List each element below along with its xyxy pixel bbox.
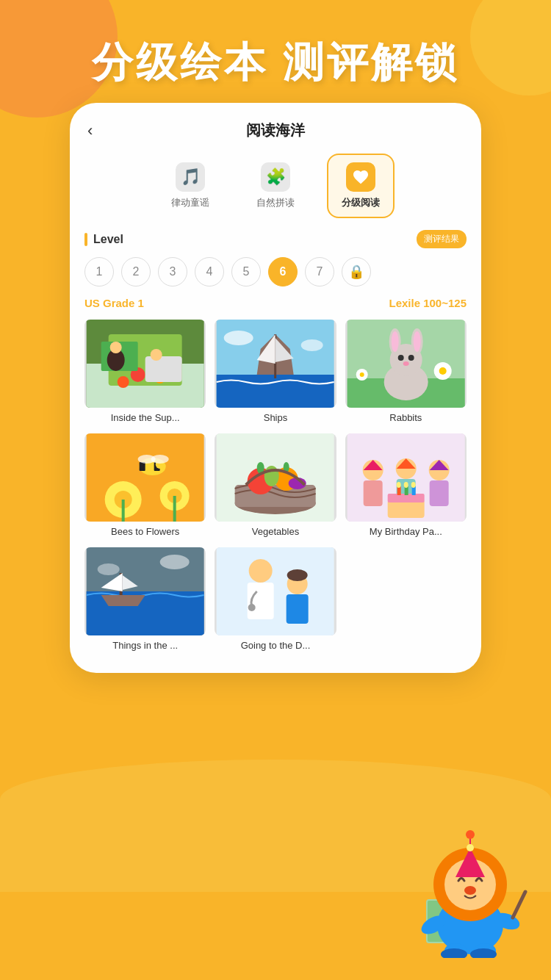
book-item-ships[interactable]: Ships: [215, 320, 336, 425]
book-item-things[interactable]: Things in the ...: [84, 547, 206, 652]
book-title-supermarket: Inside the Sup...: [84, 412, 206, 425]
svg-point-10: [151, 349, 162, 361]
mascot: [404, 811, 536, 958]
level-num-3[interactable]: 3: [158, 257, 187, 287]
tab-graded-icon: [346, 162, 375, 192]
svg-point-31: [439, 367, 446, 375]
assessment-badge[interactable]: 测评结果: [417, 230, 467, 248]
book-item-supermarket[interactable]: Inside the Sup...: [84, 320, 206, 425]
svg-point-29: [403, 361, 408, 366]
book-item-birthday[interactable]: My Birthday Pa...: [345, 433, 467, 538]
tab-graded[interactable]: 分级阅读: [327, 154, 395, 218]
back-button[interactable]: ‹: [87, 121, 93, 140]
svg-point-17: [224, 331, 253, 345]
card-header: ‹ 阅读海洋: [84, 120, 467, 140]
book-title-bees: Bees to Flowers: [84, 526, 206, 538]
svg-point-100: [466, 830, 475, 839]
level-bar-decoration: [84, 233, 87, 246]
tab-rhythm[interactable]: 🎵 律动童谣: [156, 154, 224, 218]
book-title-ships: Ships: [215, 412, 336, 425]
grade-info: US Grade 1 Lexile 100~125: [84, 297, 467, 309]
level-numbers: 1 2 3 4 5 6 7 🔒: [84, 257, 467, 287]
book-title-vegetables: Vegetables: [215, 526, 336, 538]
book-cover-bees: [84, 433, 206, 522]
level-label: Level: [84, 233, 123, 246]
svg-point-74: [411, 482, 415, 488]
book-cover-rabbits: [345, 320, 467, 408]
book-cover-vegetables: [215, 433, 336, 522]
svg-point-47: [151, 455, 169, 464]
level-num-5[interactable]: 5: [231, 257, 261, 287]
book-item-bees[interactable]: Bees to Flowers: [84, 433, 206, 538]
svg-point-72: [396, 482, 400, 488]
phone-card: ‹ 阅读海洋 🎵 律动童谣 🧩 自然拼读 分级阅读 Level 测: [70, 103, 481, 673]
svg-point-27: [397, 355, 403, 361]
svg-point-73: [403, 482, 408, 488]
book-cover-things: [84, 547, 206, 635]
svg-point-89: [287, 569, 308, 581]
book-title-birthday: My Birthday Pa...: [345, 526, 467, 538]
svg-point-3: [118, 376, 129, 388]
level-row: Level 测评结果: [84, 230, 467, 248]
book-cover-doctor: [215, 547, 336, 635]
page-title: 阅读海洋: [246, 120, 305, 140]
book-cover-ships: [215, 320, 336, 408]
book-item-doctor[interactable]: Going to the D...: [215, 547, 336, 652]
svg-rect-65: [429, 480, 448, 506]
book-title-doctor: Going to the D...: [215, 640, 336, 652]
level-num-7[interactable]: 7: [305, 257, 334, 287]
book-item-rabbits[interactable]: Rabbits: [345, 320, 467, 425]
svg-rect-42: [140, 462, 145, 471]
level-num-1[interactable]: 1: [84, 257, 114, 287]
tab-phonics[interactable]: 🧩 自然拼读: [242, 154, 309, 218]
svg-rect-34: [87, 433, 204, 522]
tab-rhythm-label: 律动童谣: [171, 196, 209, 209]
tabs-row: 🎵 律动童谣 🧩 自然拼读 分级阅读: [84, 154, 467, 218]
svg-point-8: [110, 342, 122, 353]
book-title-rabbits: Rabbits: [345, 412, 467, 425]
svg-rect-39: [122, 500, 125, 522]
svg-point-28: [408, 355, 414, 361]
svg-rect-9: [145, 356, 182, 382]
svg-point-98: [467, 844, 474, 851]
book-cover-supermarket: [84, 320, 206, 408]
book-title-things: Things in the ...: [84, 640, 206, 652]
book-item-vegetables[interactable]: Vegetables: [215, 433, 336, 538]
level-lock[interactable]: 🔒: [342, 257, 371, 287]
book-grid: Inside the Sup...: [84, 320, 467, 652]
level-num-4[interactable]: 4: [195, 257, 224, 287]
tab-graded-label: 分级阅读: [342, 196, 380, 209]
tab-phonics-label: 自然拼读: [256, 196, 295, 209]
svg-point-84: [249, 559, 273, 583]
svg-line-103: [513, 892, 525, 918]
svg-point-33: [359, 372, 364, 377]
tab-phonics-icon: 🧩: [261, 162, 290, 192]
svg-rect-59: [363, 480, 382, 506]
grade-us: US Grade 1: [84, 297, 144, 309]
svg-point-24: [391, 331, 398, 352]
svg-point-18: [301, 339, 323, 351]
level-num-2[interactable]: 2: [121, 257, 151, 287]
svg-point-82: [98, 563, 120, 575]
hero-title: 分级绘本 测评解锁: [0, 35, 551, 91]
svg-rect-40: [173, 496, 176, 522]
svg-marker-77: [101, 595, 145, 606]
svg-point-26: [413, 331, 420, 352]
svg-rect-88: [287, 594, 309, 624]
grade-lexile: Lexile 100~125: [389, 297, 467, 309]
book-cover-birthday: [345, 433, 467, 522]
level-num-6[interactable]: 6: [268, 257, 298, 287]
svg-point-81: [160, 555, 190, 569]
svg-point-96: [464, 886, 476, 895]
svg-point-86: [248, 604, 256, 611]
tab-rhythm-icon: 🎵: [176, 162, 205, 192]
svg-rect-83: [217, 547, 334, 635]
